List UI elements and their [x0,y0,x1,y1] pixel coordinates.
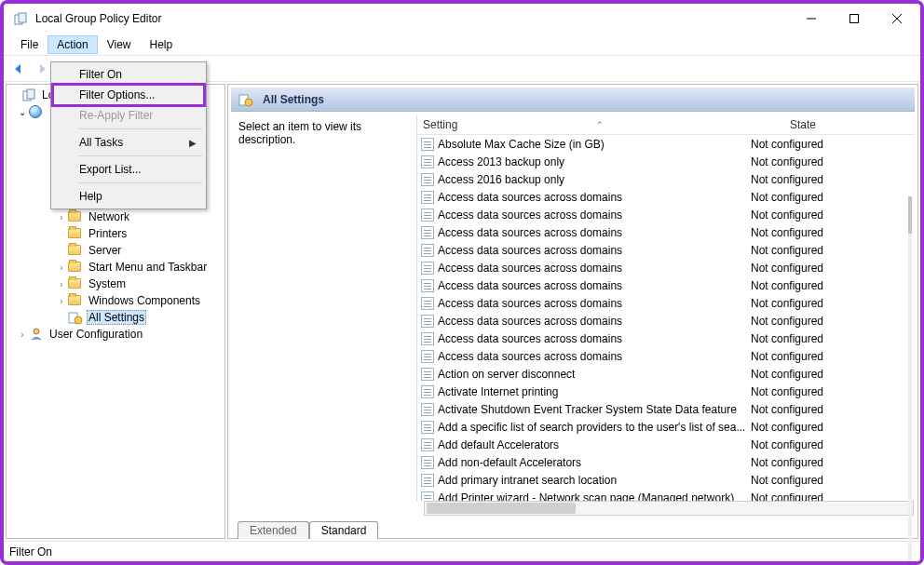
column-label: State [790,118,816,131]
setting-name: Access 2013 backup only [438,155,564,168]
setting-name: Access data sources across domains [438,209,622,222]
policy-icon [21,87,36,102]
tree-start-taskbar[interactable]: › Start Menu and Taskbar [7,259,224,276]
setting-icon [421,209,434,222]
setting-row[interactable]: Action on server disconnectNot configure… [417,365,915,383]
maximize-button[interactable] [833,5,876,33]
svg-point-14 [245,99,252,106]
setting-name: Access data sources across domains [438,244,622,257]
setting-row[interactable]: Access data sources across domainsNot co… [417,347,915,365]
svg-point-11 [75,316,82,324]
setting-row[interactable]: Add primary intranet search locationNot … [417,471,915,489]
setting-icon [421,138,434,151]
column-setting[interactable]: Setting ⌃ [417,116,747,133]
computer-icon [29,105,42,118]
tab-standard[interactable]: Standard [309,521,379,539]
vertical-scrollbar[interactable] [908,196,912,565]
back-button[interactable] [7,58,30,80]
chevron-right-icon: ▶ [189,138,197,148]
menu-filter-options[interactable]: Filter Options... [53,85,204,105]
setting-row[interactable]: Add a specific list of search providers … [417,418,915,436]
expand-icon[interactable]: › [55,296,68,306]
folder-icon [68,295,81,305]
details-pane: All Settings Select an item to view its … [227,84,918,539]
expand-icon[interactable]: › [55,212,68,222]
setting-row[interactable]: Access data sources across domainsNot co… [417,206,915,223]
setting-state: Not configured [747,279,859,292]
setting-row[interactable]: Access data sources across domainsNot co… [417,241,915,259]
setting-state: Not configured [747,209,859,222]
description-panel: Select an item to view its description. [231,114,417,501]
setting-row[interactable]: Absolute Max Cache Size (in GB)Not confi… [417,135,915,153]
svg-point-12 [34,329,39,334]
window-title: Local Group Policy Editor [35,12,790,25]
setting-row[interactable]: Add default AcceleratorsNot configured [417,436,915,453]
setting-row[interactable]: Activate Shutdown Event Tracker System S… [417,400,915,418]
menu-action[interactable]: Action [48,35,97,54]
column-state[interactable]: State [747,116,859,133]
scrollbar-thumb[interactable] [908,196,912,234]
folder-icon [68,262,81,272]
setting-name: Access data sources across domains [438,350,622,363]
setting-icon [421,421,434,434]
setting-icon [421,385,434,398]
setting-row[interactable]: Access data sources across domainsNot co… [417,330,915,347]
setting-row[interactable]: Access 2013 backup onlyNot configured [417,153,915,170]
expand-icon[interactable]: › [55,262,68,273]
setting-row[interactable]: Access 2016 backup onlyNot configured [417,170,915,188]
tree-server[interactable]: Server [7,242,224,259]
expand-icon[interactable]: › [16,330,29,340]
setting-name: Add default Accelerators [438,438,559,451]
tree-system[interactable]: › System [7,276,224,292]
setting-row[interactable]: Activate Internet printingNot configured [417,383,915,400]
horizontal-scrollbar[interactable] [424,501,914,516]
setting-row[interactable]: Access data sources across domainsNot co… [417,223,915,241]
setting-name: Add primary intranet search location [438,474,617,487]
app-icon [13,11,28,26]
tree-windows-components[interactable]: › Windows Components [7,292,224,309]
tab-extended[interactable]: Extended [238,521,309,539]
column-label: Setting [423,118,457,131]
menu-file[interactable]: File [11,35,48,54]
setting-icon [421,456,434,469]
tree-label: System [87,277,128,290]
tree-user-config[interactable]: › User Configuration [7,326,224,343]
collapse-icon[interactable]: ⌄ [16,107,29,117]
statusbar: Filter On [4,541,920,561]
menu-all-tasks[interactable]: All Tasks▶ [53,132,204,153]
user-icon [29,327,44,342]
setting-icon [421,438,434,451]
minimize-button[interactable] [790,5,833,33]
setting-row[interactable]: Access data sources across domainsNot co… [417,276,915,294]
setting-state: Not configured [747,297,859,310]
setting-state: Not configured [747,244,859,257]
setting-row[interactable]: Access data sources across domainsNot co… [417,188,915,206]
setting-row[interactable]: Access data sources across domainsNot co… [417,312,915,330]
setting-icon [421,403,434,416]
menu-export-list[interactable]: Export List... [53,159,204,180]
tree-all-settings[interactable]: All Settings [7,309,224,326]
setting-row[interactable]: Access data sources across domainsNot co… [417,259,915,276]
tree-network[interactable]: › Network [7,209,224,225]
setting-name: Action on server disconnect [438,368,575,381]
folder-icon [68,278,81,289]
menu-filter-on[interactable]: Filter On [53,64,204,85]
tree-printers[interactable]: Printers [7,225,224,242]
column-headers: Setting ⌃ State [417,114,915,135]
setting-name: Access data sources across domains [438,279,622,292]
setting-row[interactable]: Add Printer wizard - Network scan page (… [417,489,915,501]
expand-icon[interactable]: › [55,279,68,289]
setting-icon [421,332,434,345]
tree-label: Printers [87,227,129,240]
setting-row[interactable]: Add non-default AcceleratorsNot configur… [417,453,915,471]
menu-help[interactable]: Help [141,35,183,54]
setting-row[interactable]: Access data sources across domainsNot co… [417,294,915,312]
menu-help[interactable]: Help [53,186,204,207]
tree-label: Start Menu and Taskbar [87,261,209,274]
close-button[interactable] [876,5,918,33]
scrollbar-thumb[interactable] [427,503,576,514]
setting-icon [421,350,434,363]
settings-icon [238,92,253,107]
menu-view[interactable]: View [98,35,141,54]
setting-state: Not configured [747,315,859,328]
